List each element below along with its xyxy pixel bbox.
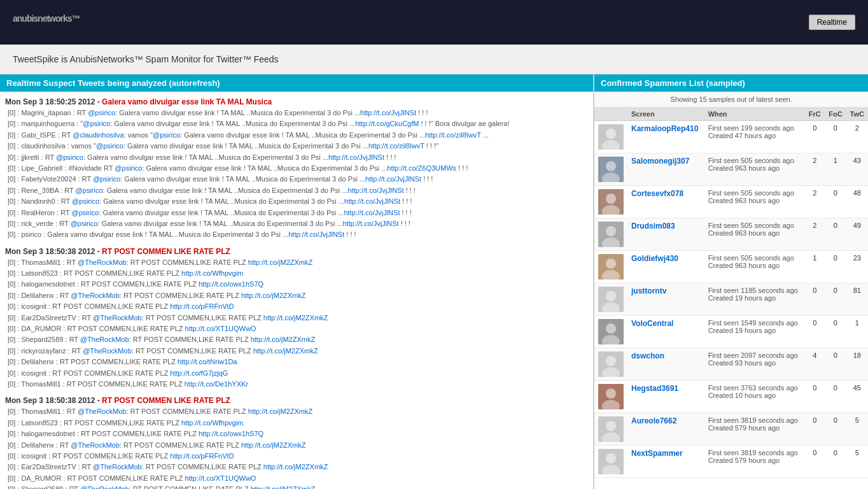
tweet-url[interactable]: http://t.co/jM2ZXmkZ (241, 441, 305, 449)
tweet-url[interactable]: http://t.co/JvjJlNSt (328, 153, 384, 161)
mention-link[interactable]: @claudinhosilva (73, 131, 123, 139)
mention-link[interactable]: @TheRockMob (71, 441, 120, 449)
mention-link[interactable]: @psirico (93, 175, 120, 183)
svg-point-7 (606, 194, 616, 204)
avatar (598, 189, 624, 215)
foc-cell: 0 (825, 251, 846, 283)
screen-name-link[interactable]: Drudsim083 (631, 222, 675, 230)
spammers-table-container[interactable]: Screen When FrC FoC TwC KarmaloopRep410 … (594, 108, 868, 489)
svg-point-22 (606, 356, 616, 366)
avatar (598, 124, 624, 150)
tweet-url[interactable]: http://t.co/XT1UQWwO (185, 474, 256, 482)
screen-name-link[interactable]: KarmaloopRep410 (631, 124, 698, 133)
table-row: Hegstad3691 First seen 3763 seconds ago … (594, 381, 868, 413)
tweet-url[interactable]: http://t.co/jM2ZXmkZ (263, 314, 328, 322)
twc-cell: 1 (846, 316, 868, 348)
screen-name-link[interactable]: justtorntv (631, 287, 666, 295)
tweet-url[interactable]: http://t.co/JvjJlNSt (343, 220, 399, 227)
mention-link[interactable]: @psirico (71, 220, 98, 227)
seen-info: First seen 1185 seconds ago Created 19 h… (708, 287, 801, 302)
foc-cell: 0 (825, 348, 846, 381)
tweet-url[interactable]: http://t.co/Wfhpvgim (181, 419, 243, 427)
col-frc: FrC (804, 108, 825, 121)
mention-link[interactable]: @TheRockMob (80, 485, 129, 489)
mention-link[interactable]: @TheRockMob (80, 336, 129, 343)
mention-link[interactable]: @psirico (96, 142, 123, 150)
mention-link[interactable]: @TheRockMob (78, 408, 127, 415)
mention-link[interactable]: @TheRockMob (93, 314, 142, 322)
created: Created 963 hours ago (708, 197, 801, 204)
mention-link[interactable]: @psirico (88, 109, 115, 117)
tweet-item: [0] : icosignit : RT POST COMMEN,LIKE RA… (5, 451, 588, 462)
screen-cell: Aureole7662 (627, 413, 704, 446)
logo-tm: ™ (72, 13, 80, 24)
foc-cell: 0 (825, 413, 846, 446)
tweet-url[interactable]: http://t.co/jM2ZXmkZ (248, 408, 312, 415)
col-avatar (594, 108, 627, 121)
mention-link[interactable]: @psirico (115, 164, 142, 172)
tweet-url[interactable]: http://t.co/Z6Q3UMWs (387, 164, 456, 172)
screen-name-link[interactable]: NextSpammer (631, 449, 683, 458)
tweet-url[interactable]: http://t.co/zil8IwvT (425, 131, 481, 139)
screen-name-link[interactable]: Salomonegij307 (631, 157, 689, 166)
tweet-url[interactable]: http://t.co/JvjJlNSt (365, 175, 421, 183)
tweet-item: [0] : Lipe_Gabriell : #Novidade RT @psir… (5, 163, 588, 174)
tweet-url[interactable]: http://t.co/JvjJlNSt (344, 209, 400, 216)
svg-point-19 (606, 323, 616, 334)
tweet-url[interactable]: http://t.co/jM2ZXmkZ (253, 347, 318, 355)
mention-link[interactable]: @TheRockMob (93, 463, 142, 471)
avatar (598, 449, 624, 474)
tweet-url[interactable]: http://t.co/jM2ZXmkZ (251, 336, 315, 343)
tweet-url[interactable]: http://t.co/jM2ZXmkZ (251, 485, 315, 489)
table-row: justtorntv First seen 1185 seconds ago C… (594, 283, 868, 316)
screen-name-link[interactable]: dswchon (631, 351, 664, 360)
right-panel-title: Confirmed Spammers List (sampled) (601, 78, 745, 88)
realtime-button[interactable]: Realtime (809, 15, 855, 30)
created: Created 579 hours ago (708, 457, 801, 464)
seen-info: First seen 505 seconds ago Created 963 h… (708, 189, 801, 204)
screen-name-link[interactable]: VoloCentral (631, 319, 673, 328)
screen-name-link[interactable]: Cortesevfx078 (631, 189, 683, 198)
mention-link[interactable]: @psirico (72, 197, 99, 205)
tweet-url[interactable]: http://t.co/JvjJlNSt (360, 109, 416, 117)
first-seen: First seen 1549 seconds ago (708, 319, 801, 327)
when-cell: First seen 2097 seconds ago Created 93 h… (704, 348, 805, 381)
frc-cell: 0 (804, 121, 825, 153)
tweet-url[interactable]: http://t.co/zil8IwvT (368, 142, 424, 150)
avatar-cell (594, 348, 627, 381)
tweet-url[interactable]: http://t.co/gCkuCgfM (355, 120, 419, 127)
tweet-url[interactable]: http://t.co/fG7jzjqG (170, 369, 228, 377)
tweet-url[interactable]: http://t.co/jM2ZXmkZ (263, 463, 328, 471)
when-cell: First seen 1185 seconds ago Created 19 h… (704, 283, 805, 316)
tweet-url[interactable]: http://t.co/Wfhpvgim (181, 269, 243, 277)
mention-link[interactable]: @TheRockMob (71, 292, 120, 299)
created: Created 963 hours ago (708, 164, 801, 172)
tweet-url[interactable]: http://t.co/pFRFnVtD (170, 452, 234, 460)
mention-link[interactable]: @psirico (71, 209, 99, 216)
tweet-url[interactable]: http://t.co/pFRFnVtD (170, 302, 234, 310)
tweets-container[interactable]: Mon Sep 3 18:50:25 2012 - Galera vamo di… (0, 92, 593, 489)
mention-link[interactable]: @psirico (76, 187, 103, 194)
tweet-url[interactable]: http://t.co/JvjJlNSt (348, 187, 404, 194)
tweet-url[interactable]: http://t.co/XT1UQWwO (185, 325, 256, 332)
tweet-url[interactable]: http://t.co/De1hYXKr (185, 380, 248, 388)
mention-link[interactable]: @psirico (153, 131, 180, 139)
mention-link[interactable]: @psirico (83, 120, 110, 127)
tweet-url[interactable]: http://t.co/tNriw1Da (178, 358, 237, 365)
tweet-url[interactable]: http://t.co/JvjJlNSt (288, 230, 344, 238)
tweet-url[interactable]: http://t.co/owx1hS7Q (199, 280, 263, 288)
avatar (598, 351, 624, 377)
mention-link[interactable]: @TheRockMob (78, 259, 127, 266)
screen-name-link[interactable]: Aureole7662 (631, 416, 676, 425)
tweet-url[interactable]: http://t.co/JvjJlNSt (344, 197, 400, 205)
seen-info: First seen 505 seconds ago Created 963 h… (708, 157, 801, 172)
tweet-url[interactable]: http://t.co/jM2ZXmkZ (248, 259, 312, 266)
tweet-url[interactable]: http://t.co/owx1hS7Q (199, 430, 263, 437)
mention-link[interactable]: @TheRockMob (83, 347, 132, 355)
screen-name-link[interactable]: Goldiefwj430 (631, 254, 678, 263)
seen-info: First seen 3819 seconds ago Created 579 … (708, 449, 801, 464)
svg-point-25 (606, 388, 616, 399)
screen-name-link[interactable]: Hegstad3691 (631, 384, 678, 393)
mention-link[interactable]: @psirico (56, 153, 83, 161)
tweet-url[interactable]: http://t.co/jM2ZXmkZ (241, 292, 305, 299)
